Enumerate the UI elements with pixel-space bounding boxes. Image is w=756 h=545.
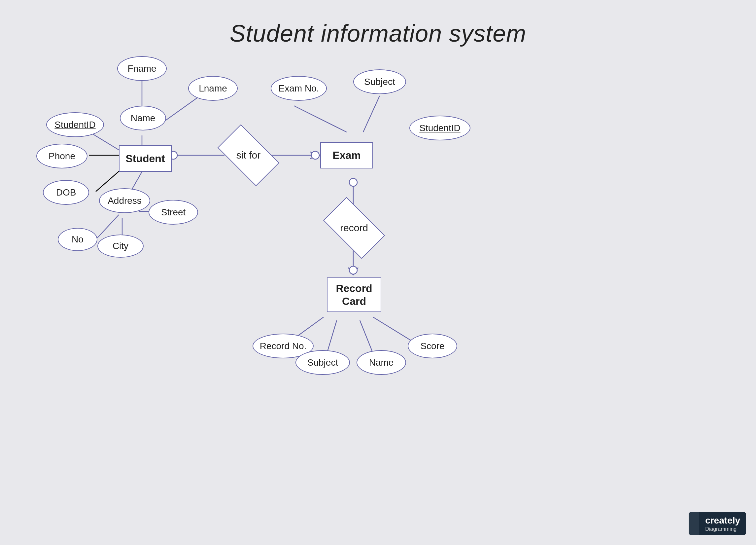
svg-line-17 <box>363 96 380 132</box>
svg-line-26 <box>360 321 373 354</box>
watermark-brand: creately Diagramming <box>699 515 746 532</box>
attr-subject-exam: Subject <box>353 69 406 94</box>
diagram-container: Student information system <box>0 0 756 545</box>
watermark-icon <box>689 512 699 535</box>
attr-exam-no: Exam No. <box>271 76 327 101</box>
attr-phone: Phone <box>36 144 87 168</box>
attr-dob: DOB <box>43 180 89 205</box>
attr-subject-rc: Subject <box>295 350 350 375</box>
entity-student: Student <box>119 145 172 172</box>
attr-fname: Fname <box>117 56 167 81</box>
svg-line-21 <box>348 267 353 275</box>
svg-line-27 <box>373 317 416 344</box>
attr-student-id: StudentID <box>46 112 104 137</box>
attr-score: Score <box>408 334 457 358</box>
relationship-record: record <box>327 211 381 244</box>
attr-address: Address <box>99 188 150 213</box>
svg-line-16 <box>294 106 347 132</box>
svg-point-19 <box>349 178 357 186</box>
relationship-sit-for: sit for <box>221 139 276 172</box>
svg-point-15 <box>311 151 319 159</box>
svg-line-7 <box>97 215 119 238</box>
attr-lname: Lname <box>188 76 238 101</box>
watermark: creately Diagramming <box>689 512 746 535</box>
attr-street: Street <box>149 200 198 224</box>
entity-record-card: Record Card <box>327 278 381 312</box>
svg-line-22 <box>353 267 358 275</box>
svg-line-25 <box>327 321 337 354</box>
attr-name-rc: Name <box>357 350 406 375</box>
attr-student-id2: StudentID <box>409 116 470 140</box>
svg-line-5 <box>96 168 122 191</box>
svg-line-13 <box>310 152 320 155</box>
attr-no: No <box>58 228 97 251</box>
attr-city: City <box>97 234 144 257</box>
svg-line-14 <box>310 155 320 158</box>
attr-name-student: Name <box>120 106 166 130</box>
entity-exam: Exam <box>320 142 373 168</box>
page-title: Student information system <box>0 0 756 47</box>
svg-point-23 <box>349 266 357 274</box>
